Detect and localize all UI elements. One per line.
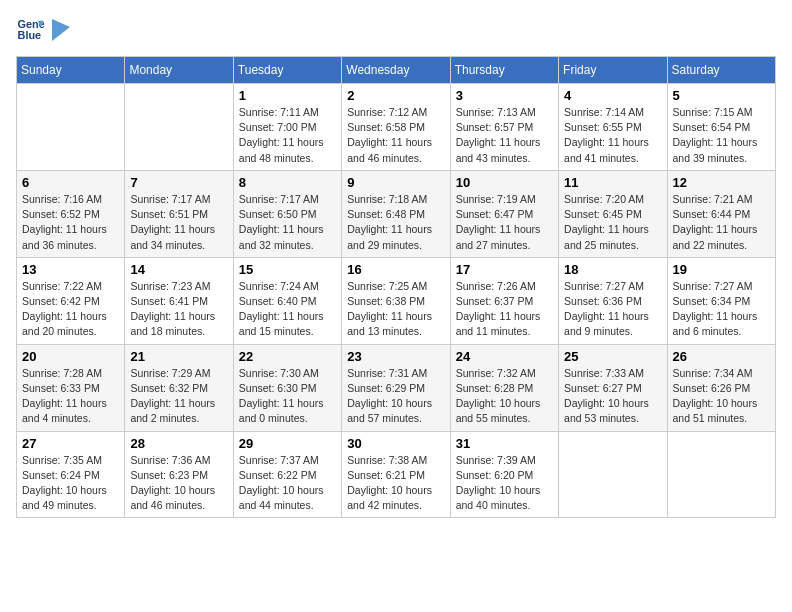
- day-info: Sunrise: 7:32 AMSunset: 6:28 PMDaylight:…: [456, 366, 553, 427]
- logo-triangle-icon: [52, 19, 70, 41]
- weekday-header-friday: Friday: [559, 57, 667, 84]
- day-info: Sunrise: 7:15 AMSunset: 6:54 PMDaylight:…: [673, 105, 770, 166]
- day-info: Sunrise: 7:36 AMSunset: 6:23 PMDaylight:…: [130, 453, 227, 514]
- calendar-cell: 20Sunrise: 7:28 AMSunset: 6:33 PMDayligh…: [17, 344, 125, 431]
- day-info: Sunrise: 7:25 AMSunset: 6:38 PMDaylight:…: [347, 279, 444, 340]
- calendar-cell: 31Sunrise: 7:39 AMSunset: 6:20 PMDayligh…: [450, 431, 558, 518]
- calendar-cell: 26Sunrise: 7:34 AMSunset: 6:26 PMDayligh…: [667, 344, 775, 431]
- day-number: 16: [347, 262, 444, 277]
- day-info: Sunrise: 7:19 AMSunset: 6:47 PMDaylight:…: [456, 192, 553, 253]
- day-info: Sunrise: 7:26 AMSunset: 6:37 PMDaylight:…: [456, 279, 553, 340]
- day-info: Sunrise: 7:13 AMSunset: 6:57 PMDaylight:…: [456, 105, 553, 166]
- day-number: 23: [347, 349, 444, 364]
- calendar-table: SundayMondayTuesdayWednesdayThursdayFrid…: [16, 56, 776, 518]
- day-info: Sunrise: 7:30 AMSunset: 6:30 PMDaylight:…: [239, 366, 336, 427]
- day-number: 27: [22, 436, 119, 451]
- day-info: Sunrise: 7:11 AMSunset: 7:00 PMDaylight:…: [239, 105, 336, 166]
- day-number: 20: [22, 349, 119, 364]
- day-number: 24: [456, 349, 553, 364]
- calendar-cell: 18Sunrise: 7:27 AMSunset: 6:36 PMDayligh…: [559, 257, 667, 344]
- day-number: 7: [130, 175, 227, 190]
- svg-text:Blue: Blue: [18, 29, 42, 41]
- calendar-cell: 16Sunrise: 7:25 AMSunset: 6:38 PMDayligh…: [342, 257, 450, 344]
- logo: General Blue: [16, 16, 70, 44]
- calendar-cell: 25Sunrise: 7:33 AMSunset: 6:27 PMDayligh…: [559, 344, 667, 431]
- day-number: 10: [456, 175, 553, 190]
- day-number: 22: [239, 349, 336, 364]
- calendar-cell: [17, 84, 125, 171]
- day-info: Sunrise: 7:14 AMSunset: 6:55 PMDaylight:…: [564, 105, 661, 166]
- calendar-cell: 17Sunrise: 7:26 AMSunset: 6:37 PMDayligh…: [450, 257, 558, 344]
- calendar-cell: 11Sunrise: 7:20 AMSunset: 6:45 PMDayligh…: [559, 170, 667, 257]
- day-info: Sunrise: 7:27 AMSunset: 6:34 PMDaylight:…: [673, 279, 770, 340]
- weekday-header-thursday: Thursday: [450, 57, 558, 84]
- day-info: Sunrise: 7:34 AMSunset: 6:26 PMDaylight:…: [673, 366, 770, 427]
- calendar-cell: 6Sunrise: 7:16 AMSunset: 6:52 PMDaylight…: [17, 170, 125, 257]
- day-info: Sunrise: 7:38 AMSunset: 6:21 PMDaylight:…: [347, 453, 444, 514]
- day-info: Sunrise: 7:37 AMSunset: 6:22 PMDaylight:…: [239, 453, 336, 514]
- calendar-cell: 8Sunrise: 7:17 AMSunset: 6:50 PMDaylight…: [233, 170, 341, 257]
- calendar-cell: 4Sunrise: 7:14 AMSunset: 6:55 PMDaylight…: [559, 84, 667, 171]
- calendar-cell: 7Sunrise: 7:17 AMSunset: 6:51 PMDaylight…: [125, 170, 233, 257]
- weekday-header-sunday: Sunday: [17, 57, 125, 84]
- day-info: Sunrise: 7:16 AMSunset: 6:52 PMDaylight:…: [22, 192, 119, 253]
- calendar-cell: 1Sunrise: 7:11 AMSunset: 7:00 PMDaylight…: [233, 84, 341, 171]
- calendar-cell: 3Sunrise: 7:13 AMSunset: 6:57 PMDaylight…: [450, 84, 558, 171]
- calendar-cell: 2Sunrise: 7:12 AMSunset: 6:58 PMDaylight…: [342, 84, 450, 171]
- day-number: 9: [347, 175, 444, 190]
- day-number: 4: [564, 88, 661, 103]
- day-number: 13: [22, 262, 119, 277]
- calendar-cell: 27Sunrise: 7:35 AMSunset: 6:24 PMDayligh…: [17, 431, 125, 518]
- day-number: 14: [130, 262, 227, 277]
- weekday-header-saturday: Saturday: [667, 57, 775, 84]
- day-number: 15: [239, 262, 336, 277]
- day-info: Sunrise: 7:28 AMSunset: 6:33 PMDaylight:…: [22, 366, 119, 427]
- day-number: 5: [673, 88, 770, 103]
- day-info: Sunrise: 7:17 AMSunset: 6:50 PMDaylight:…: [239, 192, 336, 253]
- day-info: Sunrise: 7:27 AMSunset: 6:36 PMDaylight:…: [564, 279, 661, 340]
- day-number: 19: [673, 262, 770, 277]
- weekday-header-tuesday: Tuesday: [233, 57, 341, 84]
- calendar-cell: 28Sunrise: 7:36 AMSunset: 6:23 PMDayligh…: [125, 431, 233, 518]
- day-info: Sunrise: 7:35 AMSunset: 6:24 PMDaylight:…: [22, 453, 119, 514]
- svg-marker-3: [52, 19, 70, 41]
- day-info: Sunrise: 7:39 AMSunset: 6:20 PMDaylight:…: [456, 453, 553, 514]
- day-number: 28: [130, 436, 227, 451]
- weekday-header-monday: Monday: [125, 57, 233, 84]
- day-number: 6: [22, 175, 119, 190]
- day-number: 18: [564, 262, 661, 277]
- day-info: Sunrise: 7:24 AMSunset: 6:40 PMDaylight:…: [239, 279, 336, 340]
- day-info: Sunrise: 7:12 AMSunset: 6:58 PMDaylight:…: [347, 105, 444, 166]
- header: General Blue: [16, 16, 776, 44]
- day-number: 31: [456, 436, 553, 451]
- day-info: Sunrise: 7:17 AMSunset: 6:51 PMDaylight:…: [130, 192, 227, 253]
- day-info: Sunrise: 7:20 AMSunset: 6:45 PMDaylight:…: [564, 192, 661, 253]
- day-number: 8: [239, 175, 336, 190]
- day-number: 17: [456, 262, 553, 277]
- calendar-cell: 5Sunrise: 7:15 AMSunset: 6:54 PMDaylight…: [667, 84, 775, 171]
- calendar-cell: 15Sunrise: 7:24 AMSunset: 6:40 PMDayligh…: [233, 257, 341, 344]
- day-number: 11: [564, 175, 661, 190]
- calendar-cell: 21Sunrise: 7:29 AMSunset: 6:32 PMDayligh…: [125, 344, 233, 431]
- day-info: Sunrise: 7:23 AMSunset: 6:41 PMDaylight:…: [130, 279, 227, 340]
- day-number: 30: [347, 436, 444, 451]
- calendar-cell: 13Sunrise: 7:22 AMSunset: 6:42 PMDayligh…: [17, 257, 125, 344]
- calendar-cell: [559, 431, 667, 518]
- calendar-cell: 10Sunrise: 7:19 AMSunset: 6:47 PMDayligh…: [450, 170, 558, 257]
- calendar-cell: 19Sunrise: 7:27 AMSunset: 6:34 PMDayligh…: [667, 257, 775, 344]
- day-number: 21: [130, 349, 227, 364]
- calendar-cell: [667, 431, 775, 518]
- calendar-cell: 22Sunrise: 7:30 AMSunset: 6:30 PMDayligh…: [233, 344, 341, 431]
- weekday-header-wednesday: Wednesday: [342, 57, 450, 84]
- day-number: 12: [673, 175, 770, 190]
- day-number: 26: [673, 349, 770, 364]
- calendar-cell: [125, 84, 233, 171]
- day-info: Sunrise: 7:29 AMSunset: 6:32 PMDaylight:…: [130, 366, 227, 427]
- day-info: Sunrise: 7:22 AMSunset: 6:42 PMDaylight:…: [22, 279, 119, 340]
- day-number: 1: [239, 88, 336, 103]
- day-info: Sunrise: 7:21 AMSunset: 6:44 PMDaylight:…: [673, 192, 770, 253]
- day-info: Sunrise: 7:31 AMSunset: 6:29 PMDaylight:…: [347, 366, 444, 427]
- calendar-cell: 24Sunrise: 7:32 AMSunset: 6:28 PMDayligh…: [450, 344, 558, 431]
- logo-icon: General Blue: [16, 16, 44, 44]
- day-number: 2: [347, 88, 444, 103]
